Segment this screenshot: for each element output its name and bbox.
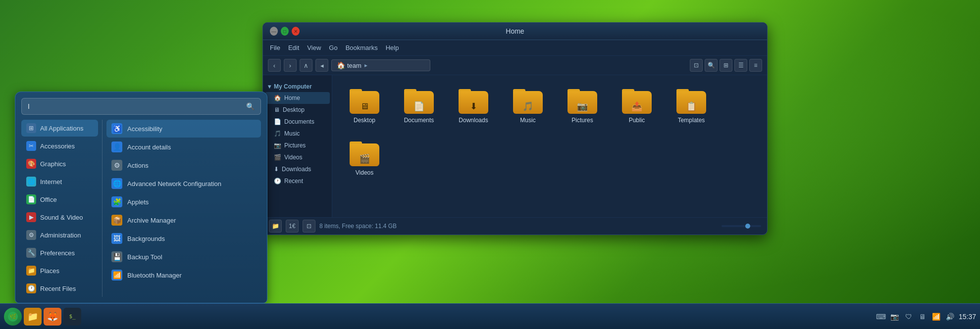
fm-menu-help[interactable]: Help [386,43,399,52]
office-icon: 📄 [26,194,36,204]
actions-app-icon: ⚙ [111,160,122,171]
menu-cat-accessories[interactable]: ✂ Accessories [21,138,98,154]
fm-zoom-button[interactable]: ⊡ [690,59,703,72]
administration-icon: ⚙ [26,230,36,240]
fm-minimize-button[interactable]: — [270,27,278,36]
menu-apps-list: ♿ Accessibility 👤 Account details ⚙ Acti… [106,120,261,288]
search-icon[interactable]: 🔍 [246,102,255,110]
fm-body: ▾ My Computer 🏠 Home 🖥 Desktop 📄 Documen… [263,75,767,217]
sidebar-item-home[interactable]: 🏠 Home [265,92,330,104]
fm-menu-file[interactable]: File [270,43,280,52]
fm-path-bar[interactable]: 🏠 team ▸ [331,59,430,71]
folder-desktop[interactable]: 🖥 Desktop [342,85,387,128]
desktop-icon: 🖥 [274,106,280,113]
fm-menubar: File Edit View Go Bookmarks Help [263,40,767,56]
menu-cat-graphics[interactable]: 🎨 Graphics [21,155,98,172]
search-input[interactable] [28,102,246,110]
archive-manager-app-icon: 📦 [111,215,122,226]
menu-app-accessibility[interactable]: ♿ Accessibility [106,120,261,138]
search-bar: 🔍 [21,98,261,115]
fm-path-label: team [347,62,361,69]
menu-cat-sound-video[interactable]: ▶ Sound & Video [21,209,98,226]
taskbar-terminal-button[interactable]: $_ [63,308,81,326]
fm-toolbar: ‹ › ∧ ◂ 🏠 team ▸ ⊡ 🔍 ⊞ ☰ ≡ [263,56,767,75]
fm-statusbar-new-folder[interactable]: 📁 [269,220,282,233]
display-icon[interactable]: 🖥 [917,311,928,322]
app-menu: 🔍 ⊞ All Applications ✂ Accessories 🎨 Gra… [15,92,267,303]
network-icon[interactable]: 📶 [931,311,942,322]
folder-public[interactable]: 📤 Public [615,85,659,128]
sidebar-item-videos[interactable]: 🎬 Videos [265,151,330,163]
recent-icon: 🕐 [274,178,281,185]
folder-templates[interactable]: 📋 Templates [669,85,714,128]
fm-statusbar-view1[interactable]: 1€ [286,220,299,233]
fm-menu-view[interactable]: View [307,43,321,52]
fm-search-button[interactable]: 🔍 [705,59,718,72]
sidebar-item-recent[interactable]: 🕐 Recent [265,175,330,187]
fm-maximize-button[interactable]: □ [281,27,289,36]
music-icon: 🎵 [274,130,281,137]
fm-grid-view-button[interactable]: ⊞ [720,59,732,72]
menu-categories: ⊞ All Applications ✂ Accessories 🎨 Graph… [21,120,98,297]
screenshot-icon[interactable]: 📷 [889,311,900,322]
fm-back-button[interactable]: ‹ [268,59,281,72]
menu-cat-preferences[interactable]: 🔧 Preferences [21,244,98,261]
menu-app-actions[interactable]: ⚙ Actions [106,156,261,174]
shield-icon[interactable]: 🛡 [903,311,914,322]
fm-close-button[interactable]: ✕ [292,27,300,36]
folder-documents[interactable]: 📄 Documents [397,85,441,128]
menu-cat-administration[interactable]: ⚙ Administration [21,227,98,243]
menu-app-advanced-network[interactable]: 🌐 Advanced Network Configuration [106,175,261,192]
menu-cat-recent-files[interactable]: 🕐 Recent Files [21,280,98,297]
applets-app-icon: 🧩 [111,196,122,207]
fm-compact-view-button[interactable]: ≡ [749,59,762,72]
fm-forward-button[interactable]: › [284,59,297,72]
folder-music[interactable]: 🎵 Music [506,85,550,128]
fm-breadcrumb-back[interactable]: ◂ [315,59,328,72]
fm-menu-go[interactable]: Go [329,43,337,52]
folder-downloads[interactable]: ⬇ Downloads [451,85,496,128]
sound-video-icon: ▶ [26,212,36,222]
taskbar-right: ⌨ 📷 🛡 🖥 📶 🔊 15:37 [876,311,976,322]
svg-text:🌿: 🌿 [9,313,17,320]
menu-cat-office[interactable]: 📄 Office [21,191,98,208]
backgrounds-app-icon: 🖼 [111,233,122,244]
menu-app-applets[interactable]: 🧩 Applets [106,193,261,211]
menu-app-account-details[interactable]: 👤 Account details [106,138,261,156]
sidebar-item-downloads[interactable]: ⬇ Downloads [265,163,330,175]
places-icon: 📁 [26,266,36,276]
bluetooth-app-icon: 📶 [111,270,122,281]
keyboard-layout-icon[interactable]: ⌨ [876,311,886,322]
pictures-icon: 📷 [274,142,281,149]
menu-app-archive-manager[interactable]: 📦 Archive Manager [106,211,261,229]
preferences-icon: 🔧 [26,248,36,258]
sidebar-item-desktop[interactable]: 🖥 Desktop [265,104,330,116]
volume-icon[interactable]: 🔊 [945,311,956,322]
mint-start-button[interactable]: 🌿 [4,308,22,326]
fm-zoom-slider[interactable] [722,225,761,227]
fm-statusbar-view2[interactable]: ⊡ [303,220,315,233]
menu-cat-all-applications[interactable]: ⊞ All Applications [21,120,98,137]
documents-icon: 📄 [274,118,281,125]
folder-pictures[interactable]: 📷 Pictures [560,85,605,128]
menu-app-bluetooth[interactable]: 📶 Bluetooth Manager [106,266,261,284]
recent-files-icon: 🕐 [26,283,36,293]
home-icon: 🏠 [274,94,281,101]
menu-app-backgrounds[interactable]: 🖼 Backgrounds [106,230,261,247]
fm-menu-edit[interactable]: Edit [288,43,299,52]
menu-body: ⊞ All Applications ✂ Accessories 🎨 Graph… [21,120,261,297]
sidebar-item-documents[interactable]: 📄 Documents [265,116,330,128]
fm-list-view-button[interactable]: ☰ [734,59,747,72]
sidebar-item-music[interactable]: 🎵 Music [265,128,330,140]
fm-up-button[interactable]: ∧ [300,59,312,72]
taskbar-folder-button[interactable]: 📁 [24,308,42,326]
taskbar-firefox-button[interactable]: 🦊 [44,308,61,326]
fm-titlebar: — □ ✕ Home [263,23,767,40]
sidebar-item-pictures[interactable]: 📷 Pictures [265,140,330,151]
menu-cat-places[interactable]: 📁 Places [21,262,98,279]
menu-cat-internet[interactable]: 🌐 Internet [21,173,98,190]
folder-videos[interactable]: 🎬 Videos [342,138,387,180]
menu-app-backup-tool[interactable]: 💾 Backup Tool [106,248,261,266]
menu-app-brave[interactable]: 🦁 Brave Web Browser [106,284,261,288]
fm-menu-bookmarks[interactable]: Bookmarks [346,43,378,52]
